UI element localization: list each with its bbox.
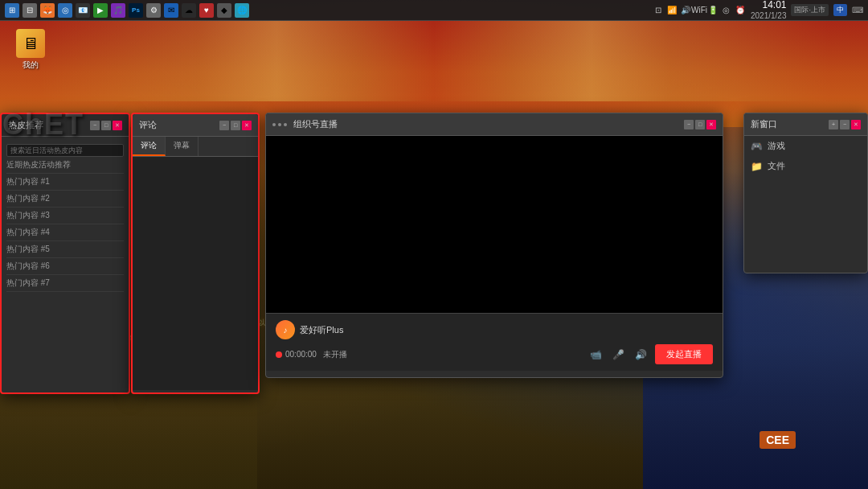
taskbar-icon-11[interactable]: ☁	[182, 3, 196, 18]
taskbar-icon-6[interactable]: ▶	[93, 3, 108, 18]
taskbar-icon-7[interactable]: 🎵	[111, 3, 125, 18]
desktop-icon-my[interactable]: 🖥 我的	[6, 26, 55, 74]
bg-columns	[40, 21, 828, 101]
window-comment-titlebar[interactable]: 评论 − □ ✕	[133, 114, 258, 137]
desktop-icon-img: 🖥	[16, 29, 45, 58]
taskbar-clock: 14:01 2021/1/23	[751, 0, 787, 21]
taskbar-icon-ps[interactable]: Ps	[129, 3, 143, 18]
window-stream-title: 组织号直播	[293, 118, 684, 130]
dot-3	[284, 123, 287, 126]
cee-badge: CEE	[760, 431, 796, 449]
right-panel-nav: 🎮 游戏 📁 文件	[744, 136, 867, 176]
taskbar-icon-2[interactable]: ⊟	[23, 3, 37, 18]
taskbar-icon-13[interactable]: ◆	[217, 3, 231, 18]
window-stream-titlebar[interactable]: 组织号直播 − □ ✕	[266, 113, 723, 136]
taskbar-icon-14[interactable]: 🌐	[235, 3, 249, 18]
comment-win-close[interactable]: ✕	[242, 121, 252, 130]
stream-status-text: 未开播	[323, 349, 347, 360]
hot-item-8[interactable]: 热门内容 #7	[6, 275, 124, 292]
sys-icon-5[interactable]: ⏰	[735, 5, 746, 16]
hot-item-3[interactable]: 热门内容 #2	[6, 191, 124, 208]
sys-icon-3[interactable]: 🔊	[680, 5, 691, 16]
nav-item-games[interactable]: 🎮 游戏	[744, 136, 867, 156]
sys-tray: ⊡ 📶 🔊 WiFi 🔋 ◎ ⏰	[653, 5, 746, 16]
sys-icon-1[interactable]: ⊡	[653, 5, 664, 16]
taskbar-icon-firefox[interactable]: 🦊	[40, 3, 55, 18]
sys-icon-4[interactable]: ◎	[721, 5, 732, 16]
comment-win-ctrl-2[interactable]: □	[231, 121, 240, 130]
live-dot	[276, 351, 282, 358]
hot-win-ctrl-2[interactable]: □	[101, 121, 111, 130]
window-hot-content: 近期热皮活动推荐 热门内容 #1 热门内容 #2 热门内容 #3 热门内容 #4…	[2, 137, 129, 297]
window-hot-list: 热皮推荐 − □ ✕ 近期热皮活动推荐 热门内容 #1 热门内容 #2 热门内容…	[0, 113, 130, 394]
taskbar-icon-4[interactable]: ◎	[58, 3, 72, 18]
desktop-icon-label: 我的	[23, 60, 39, 71]
hot-item-4[interactable]: 热门内容 #3	[6, 208, 124, 224]
taskbar-right: ⊡ 📶 🔊 WiFi 🔋 ◎ ⏰ 14:01 2021/1/23 国际·上市 中…	[653, 0, 863, 21]
stream-icon-volume[interactable]: 🔊	[633, 347, 649, 363]
games-icon: 🎮	[751, 141, 763, 152]
taskbar-icon-12[interactable]: ♥	[199, 3, 214, 18]
sys-icon-wifi[interactable]: WiFi	[694, 5, 705, 16]
nav-label-games: 游戏	[768, 140, 785, 152]
comment-win-ctrl-1[interactable]: −	[219, 121, 229, 130]
stream-bottom-bar: ♪ 爱好听Plus 00:00:00 未开播 📹 🎤 🔊 发起直播	[266, 313, 723, 371]
taskbar-icon-10[interactable]: ✉	[164, 3, 178, 18]
nav-label-files: 文件	[768, 160, 785, 172]
input-method[interactable]: ⌨	[852, 6, 863, 14]
window-right-panel: 新窗口 + − ✕ 🎮 游戏 📁 文件	[743, 113, 868, 273]
hot-item-5[interactable]: 热门内容 #4	[6, 224, 124, 241]
dot-1	[272, 123, 276, 126]
window-right-title: 新窗口	[751, 118, 829, 130]
hot-item-6[interactable]: 热门内容 #5	[6, 241, 124, 258]
hot-item-1: 近期热皮活动推荐	[6, 157, 124, 174]
right-win-ctrl-2[interactable]: −	[840, 120, 850, 129]
comment-content	[133, 157, 258, 390]
window-stream-controls: − □ ✕	[684, 120, 716, 129]
stream-win-close[interactable]: ✕	[706, 120, 716, 129]
comment-tabs: 评论 弹幕	[133, 137, 258, 157]
stream-win-ctrl-2[interactable]: □	[695, 120, 705, 129]
taskbar-icon-9[interactable]: ⚙	[146, 3, 161, 18]
window-right-titlebar[interactable]: 新窗口 + − ✕	[744, 113, 867, 136]
files-icon: 📁	[751, 161, 763, 172]
lang-switch[interactable]: 中	[833, 4, 847, 16]
window-hot-title: 热皮推荐	[8, 119, 90, 131]
stream-info-row: ♪ 爱好听Plus	[276, 320, 713, 339]
tab-bullet[interactable]: 弹幕	[166, 137, 199, 156]
window-hot-titlebar[interactable]: 热皮推荐 − □ ✕	[2, 114, 129, 137]
tab-comment[interactable]: 评论	[133, 137, 166, 156]
stream-dots	[272, 123, 287, 126]
corner-label[interactable]: 国际·上市	[791, 4, 829, 16]
hot-win-close[interactable]: ✕	[113, 121, 122, 130]
taskbar-left: ⊞ ⊟ 🦊 ◎ 📧 ▶ 🎵 Ps ⚙ ✉ ☁ ♥ ◆ 🌐	[5, 3, 653, 18]
stream-platform-name: 爱好听Plus	[300, 324, 343, 336]
right-win-ctrl-1[interactable]: +	[829, 120, 838, 129]
window-stream: 组织号直播 − □ ✕ ♪ 爱好听Plus 00:00:00 未开播 📹 🎤 🔊…	[265, 113, 723, 378]
dot-2	[278, 123, 281, 126]
stream-time-display: 00:00:00 未开播	[276, 349, 347, 360]
sys-icon-battery[interactable]: 🔋	[707, 5, 719, 16]
hot-win-ctrl-1[interactable]: −	[90, 121, 100, 130]
stream-icon-mic[interactable]: 🎤	[610, 347, 626, 363]
taskbar-top: ⊞ ⊟ 🦊 ◎ 📧 ▶ 🎵 Ps ⚙ ✉ ☁ ♥ ◆ 🌐 ⊡ 📶 🔊 WiFi …	[0, 0, 868, 21]
stream-win-ctrl-1[interactable]: −	[684, 120, 694, 129]
stream-time-text: 00:00:00	[285, 350, 317, 359]
stream-icon-video[interactable]: 📹	[588, 347, 604, 363]
sys-icon-2[interactable]: 📶	[666, 5, 678, 16]
clock-time: 14:01	[751, 0, 787, 11]
window-comment-controls: − □ ✕	[219, 121, 252, 130]
nav-item-files[interactable]: 📁 文件	[744, 156, 867, 176]
taskbar-icon-5[interactable]: 📧	[76, 3, 90, 18]
right-win-close[interactable]: ✕	[851, 120, 861, 129]
stream-avatar: ♪	[276, 320, 295, 339]
start-stream-button[interactable]: 发起直播	[655, 344, 713, 364]
stream-video-area	[266, 136, 723, 313]
taskbar-icon-1[interactable]: ⊞	[5, 3, 19, 18]
hot-item-2[interactable]: 热门内容 #1	[6, 174, 124, 191]
stream-controls-row: 00:00:00 未开播 📹 🎤 🔊 发起直播	[276, 344, 713, 364]
stream-ctrl-icons: 📹 🎤 🔊 发起直播	[354, 344, 713, 364]
hot-item-7[interactable]: 热门内容 #6	[6, 258, 124, 275]
hot-search-input[interactable]	[6, 144, 124, 157]
window-comment-title: 评论	[139, 119, 219, 131]
